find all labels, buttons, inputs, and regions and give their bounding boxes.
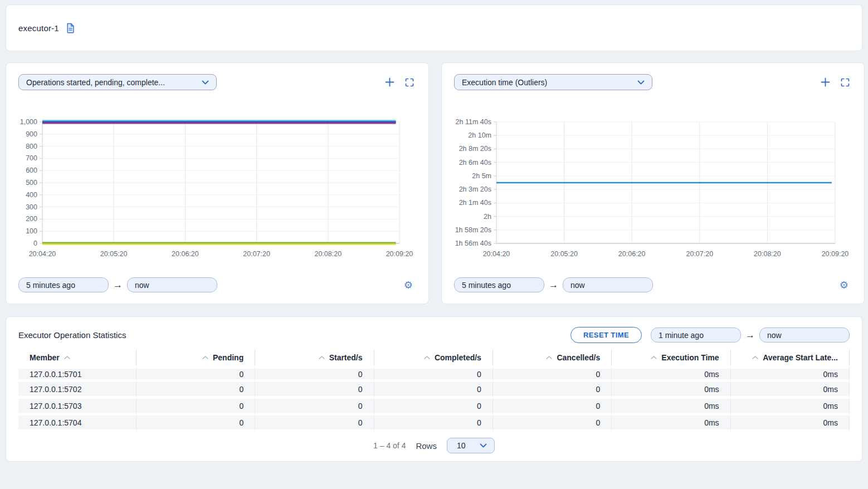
execution-time-chart-canvas: 1h 56m 40s1h 58m 20s2h2h 1m 40s2h 3m 20s… <box>454 102 852 264</box>
sort-caret-icon <box>319 356 325 359</box>
reset-time-button[interactable]: RESET TIME <box>570 327 642 343</box>
add-chart-button[interactable] <box>821 77 830 87</box>
chart-header: Operations started, pending, complete... <box>18 74 416 90</box>
svg-text:2h: 2h <box>484 213 491 221</box>
cell-execution-time: 0ms <box>612 399 730 415</box>
metric-select[interactable]: Execution time (Outliers) <box>454 74 652 90</box>
chart-area: 01002003004005006007008009001,00020:04:2… <box>18 102 416 266</box>
chart-footer: 5 minutes ago → now ⚙ <box>18 277 416 292</box>
sort-caret-icon <box>752 356 758 359</box>
svg-text:700: 700 <box>26 154 37 162</box>
cell-cancelled-s: 0 <box>493 399 612 415</box>
svg-text:100: 100 <box>26 227 37 235</box>
column-header-pending[interactable]: Pending <box>136 350 255 365</box>
svg-text:2h 6m 40s: 2h 6m 40s <box>459 159 491 167</box>
svg-text:2h 1m 40s: 2h 1m 40s <box>459 199 491 207</box>
time-to-input[interactable]: now <box>127 277 217 292</box>
statistics-time-controls: RESET TIME 1 minute ago → now <box>570 327 850 343</box>
svg-text:1h 58m 20s: 1h 58m 20s <box>455 226 491 234</box>
svg-text:20:08:20: 20:08:20 <box>314 250 342 258</box>
chart-settings-gear-icon[interactable]: ⚙ <box>836 280 852 291</box>
sort-caret-icon <box>202 356 208 359</box>
pagination-range: 1 – 4 of 4 <box>373 441 406 450</box>
object-name: executor-1 <box>18 23 59 33</box>
column-header-started-s[interactable]: Started/s <box>255 350 374 365</box>
svg-text:300: 300 <box>26 203 37 211</box>
rows-per-page-value: 10 <box>457 441 466 450</box>
sort-caret-icon <box>424 356 430 359</box>
column-header-cancelled-s[interactable]: Cancelled/s <box>493 350 612 365</box>
cell-execution-time: 0ms <box>612 415 730 432</box>
svg-text:20:04:20: 20:04:20 <box>483 250 510 258</box>
fullscreen-button[interactable] <box>841 78 850 87</box>
cell-completed-s: 0 <box>374 399 493 415</box>
metric-select[interactable]: Operations started, pending, complete... <box>18 74 217 90</box>
cell-average-start-late: 0ms <box>731 415 850 432</box>
cell-member: 127.0.0.1:5702 <box>18 382 136 399</box>
cell-member: 127.0.0.1:5703 <box>18 399 136 415</box>
cell-average-start-late: 0ms <box>731 399 850 415</box>
column-header-member[interactable]: Member <box>18 350 136 365</box>
rows-per-page-select[interactable]: 10 <box>447 438 495 453</box>
svg-text:2h 5m: 2h 5m <box>472 172 491 180</box>
svg-text:20:06:20: 20:06:20 <box>172 250 199 258</box>
cell-pending: 0 <box>136 365 255 382</box>
time-to-value: now <box>767 331 782 340</box>
sort-caret-icon <box>546 356 552 359</box>
svg-text:20:09:20: 20:09:20 <box>386 250 413 258</box>
svg-text:20:08:20: 20:08:20 <box>754 250 781 258</box>
time-to-input[interactable]: now <box>563 277 653 292</box>
add-chart-button[interactable] <box>385 77 394 87</box>
svg-text:20:07:20: 20:07:20 <box>243 250 270 258</box>
svg-text:2h 8m 20s: 2h 8m 20s <box>459 145 491 153</box>
stats-time-to-input[interactable]: now <box>759 327 850 343</box>
chart-actions <box>821 77 850 87</box>
svg-text:800: 800 <box>26 143 37 150</box>
column-header-average-start-late[interactable]: Average Start Late... <box>731 350 850 365</box>
executor-statistics-card: Executor Operation Statistics RESET TIME… <box>6 316 862 462</box>
column-header-execution-time[interactable]: Execution Time <box>612 350 730 365</box>
cell-average-start-late: 0ms <box>731 365 850 382</box>
cell-completed-s: 0 <box>374 365 493 382</box>
svg-text:200: 200 <box>26 215 37 223</box>
svg-text:20:07:20: 20:07:20 <box>686 250 713 258</box>
charts-row: Operations started, pending, complete... <box>6 62 862 304</box>
svg-text:2h 11m 40s: 2h 11m 40s <box>456 118 491 126</box>
chart-settings-gear-icon[interactable]: ⚙ <box>401 280 416 291</box>
chart-card-execution-time: Execution time (Outliers) <box>441 62 865 304</box>
cell-pending: 0 <box>136 382 255 399</box>
statistics-header: Executor Operation Statistics RESET TIME… <box>18 327 850 343</box>
time-to-value: now <box>570 281 585 290</box>
cell-completed-s: 0 <box>374 415 493 432</box>
cell-cancelled-s: 0 <box>493 415 612 432</box>
svg-text:0: 0 <box>33 239 37 247</box>
time-from-value: 5 minutes ago <box>462 281 511 290</box>
arrow-right-icon: → <box>109 280 127 290</box>
cell-member: 127.0.0.1:5704 <box>18 415 136 432</box>
chevron-down-icon <box>202 80 209 85</box>
time-from-input[interactable]: 5 minutes ago <box>454 277 544 292</box>
svg-text:500: 500 <box>26 179 37 187</box>
fullscreen-icon <box>405 78 414 87</box>
metric-select-label: Operations started, pending, complete... <box>26 78 165 87</box>
chart-header: Execution time (Outliers) <box>454 74 852 90</box>
chart-footer: 5 minutes ago → now ⚙ <box>454 277 852 292</box>
stats-time-from-input[interactable]: 1 minute ago <box>651 327 741 343</box>
svg-text:2h 10m: 2h 10m <box>468 131 491 139</box>
table-row: 127.0.0.1:570200000ms0ms <box>18 382 850 399</box>
svg-text:2h 3m 20s: 2h 3m 20s <box>459 185 491 193</box>
chart-area: 1h 56m 40s1h 58m 20s2h2h 1m 40s2h 3m 20s… <box>454 102 852 266</box>
fullscreen-button[interactable] <box>405 78 414 87</box>
sort-caret-icon <box>64 356 70 359</box>
column-header-completed-s[interactable]: Completed/s <box>374 350 493 365</box>
time-from-input[interactable]: 5 minutes ago <box>18 277 109 292</box>
time-to-value: now <box>135 281 149 290</box>
object-header-card: executor-1 <box>6 4 862 51</box>
chevron-down-icon <box>637 80 645 85</box>
svg-text:20:09:20: 20:09:20 <box>822 250 849 258</box>
document-icon[interactable] <box>66 23 75 33</box>
cell-execution-time: 0ms <box>612 382 730 399</box>
cell-pending: 0 <box>136 415 255 432</box>
page-root: executor-1 Operations started, pending, … <box>0 0 868 466</box>
operations-chart-canvas: 01002003004005006007008009001,00020:04:2… <box>18 102 416 264</box>
